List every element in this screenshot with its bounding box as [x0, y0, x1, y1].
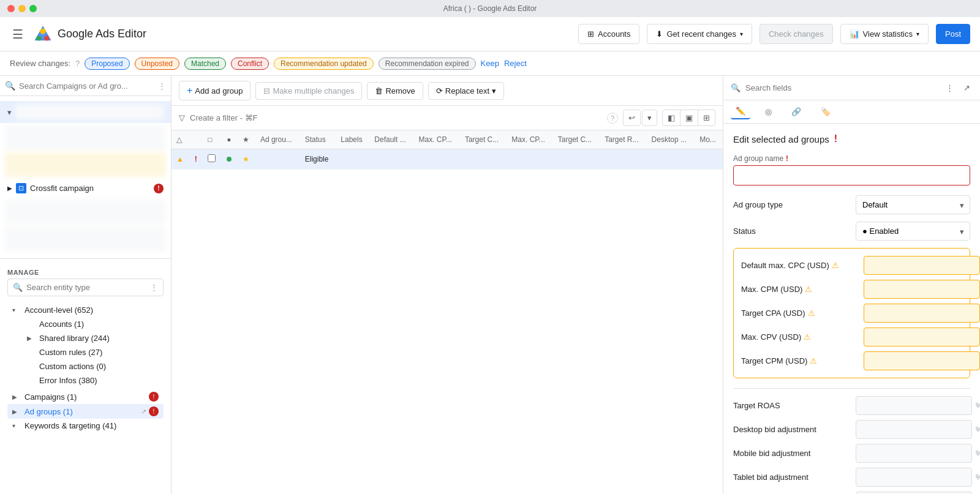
- right-panel-tabs: ✏️ ◎ 🔗 🏷️: [723, 100, 980, 124]
- max-cpv-warning-icon: ⚠: [804, 332, 811, 342]
- target-cpa-input[interactable]: [864, 304, 980, 323]
- nav-ad-groups[interactable]: ▶ Ad groups (1) ↗ !: [7, 404, 164, 419]
- proposed-badge[interactable]: Proposed: [85, 58, 129, 70]
- matched-badge[interactable]: Matched: [184, 58, 226, 70]
- target-cpm-row: Target CPM (USD) ⚠: [741, 351, 962, 370]
- status-select[interactable]: ● Enabled: [856, 222, 970, 241]
- hamburger-menu[interactable]: ☰: [10, 24, 26, 44]
- reject-button[interactable]: Reject: [504, 59, 527, 68]
- undo-redo-controls: ↩ ▾: [623, 110, 657, 126]
- manage-search-input[interactable]: [26, 283, 146, 292]
- crossfit-error-badge: !: [154, 184, 164, 193]
- conflict-badge[interactable]: Conflict: [231, 58, 269, 70]
- undo-button[interactable]: ↩: [623, 110, 641, 126]
- row-checkbox-input[interactable]: [208, 154, 216, 162]
- row-max-cp2: [507, 149, 552, 170]
- accounts-button[interactable]: ⊞ Accounts: [578, 24, 639, 44]
- right-search-input[interactable]: [745, 83, 938, 92]
- layout-split-left-button[interactable]: ◧: [663, 110, 680, 125]
- target-roas-label: Target ROAS: [733, 401, 856, 410]
- target-cpm-input[interactable]: [864, 351, 980, 370]
- tablet-bid-input[interactable]: [856, 468, 972, 487]
- nav-custom-actions[interactable]: Custom actions (0): [22, 359, 164, 373]
- tab-link-icon[interactable]: 🔗: [786, 105, 806, 119]
- keep-button[interactable]: Keep: [481, 59, 499, 68]
- replace-text-button[interactable]: ⟳ Replace text ▾: [428, 82, 504, 100]
- tree-crossfit-campaign[interactable]: ▶ ⊡ Crossfit campaign !: [0, 179, 171, 197]
- sidebar-search-input[interactable]: [19, 81, 154, 91]
- blurred-row-1: [5, 125, 166, 150]
- row-error-icon: !: [195, 155, 197, 163]
- ad-group-type-select[interactable]: Default: [856, 195, 970, 214]
- nav-account-level-item[interactable]: ▾ Account-level (652): [7, 303, 164, 317]
- max-cpv-label: Max. CPV (USD) ⚠: [741, 332, 864, 342]
- remove-button[interactable]: 🗑 Remove: [367, 82, 423, 100]
- unposted-badge[interactable]: Unposted: [135, 58, 179, 70]
- add-ad-group-button[interactable]: + Add ad group: [179, 81, 251, 100]
- filter-help-icon[interactable]: ?: [607, 113, 618, 124]
- ad-groups-external-icon[interactable]: ↗: [141, 408, 146, 416]
- status-row: Status ● Enabled: [733, 222, 970, 241]
- filter-input[interactable]: [190, 113, 602, 122]
- table-row[interactable]: ▲ ! ★ Eligible: [172, 149, 723, 170]
- layout-split-right-button[interactable]: ▣: [680, 110, 698, 125]
- row-star: ★: [238, 149, 255, 170]
- ad-group-name-input[interactable]: [733, 165, 970, 185]
- make-multiple-changes-button[interactable]: ⊟ Make multiple changes: [255, 82, 362, 100]
- titlebar: Africa ( ) - Google Ads Editor: [0, 0, 980, 17]
- row-checkbox[interactable]: [203, 149, 222, 170]
- rec-updated-badge[interactable]: Recommendation updated: [274, 58, 374, 70]
- max-cpm-input[interactable]: [864, 280, 980, 299]
- max-cpv-row: Max. CPV (USD) ⚠: [741, 327, 962, 346]
- filter-bar: ▽ ? ↩ ▾ ◧ ▣ ⊞: [172, 106, 723, 130]
- sidebar-search-more-icon[interactable]: ⋮: [158, 81, 166, 91]
- blurred-row-4: [5, 226, 166, 251]
- tab-tag-icon[interactable]: 🏷️: [816, 105, 835, 119]
- mobile-bid-input[interactable]: [856, 444, 972, 463]
- rec-expired-badge[interactable]: Recommendation expired: [379, 58, 476, 70]
- row-target-c: [460, 149, 507, 170]
- col-mo: Mo...: [695, 130, 723, 149]
- row-desktop: [647, 149, 695, 170]
- tab-edit-icon[interactable]: ✏️: [731, 104, 750, 119]
- tv-screen-bid-input[interactable]: [856, 492, 972, 494]
- layout-full-button[interactable]: ⊞: [698, 110, 715, 125]
- open-external-icon[interactable]: ↗: [961, 81, 973, 95]
- row-labels: [336, 149, 369, 170]
- max-cpv-input[interactable]: [864, 327, 980, 346]
- maximize-dot[interactable]: [29, 5, 37, 12]
- nav-keywords[interactable]: ▾ Keywords & targeting (41): [7, 419, 164, 433]
- status-select-wrapper: ● Enabled: [856, 222, 970, 241]
- replace-icon: ⟳: [436, 86, 443, 95]
- ad-group-type-row: Ad group type Default: [733, 195, 970, 214]
- edit-title: Edit selected ad groups !: [733, 133, 970, 144]
- nav-accounts[interactable]: Accounts (1): [22, 317, 164, 331]
- nav-account-level: ▾ Account-level (652) Accounts (1) ▶ Sha…: [7, 301, 164, 389]
- default-max-cpc-input[interactable]: [864, 256, 980, 275]
- account-level-label: Account-level (652): [24, 305, 159, 315]
- undo-dropdown-button[interactable]: ▾: [642, 110, 657, 126]
- nav-campaigns[interactable]: ▶ Campaigns (1) !: [7, 389, 164, 404]
- nav-error-infos[interactable]: Error Infos (380): [22, 373, 164, 387]
- help-icon[interactable]: ?: [75, 59, 80, 68]
- nav-custom-rules[interactable]: Custom rules (27): [22, 345, 164, 359]
- tree-item-blurred-top: [15, 105, 164, 119]
- post-button[interactable]: Post: [936, 24, 970, 44]
- accounts-grid-icon: ⊞: [587, 29, 594, 39]
- tree-item-selected-top[interactable]: ▾: [0, 101, 171, 123]
- more-options-icon[interactable]: ⋮: [943, 81, 956, 95]
- close-dot[interactable]: [7, 5, 15, 12]
- manage-search-more-icon[interactable]: ⋮: [150, 283, 158, 292]
- desktop-bid-input[interactable]: [856, 420, 972, 439]
- col-status: Status: [300, 130, 336, 149]
- minimize-dot[interactable]: [18, 5, 26, 12]
- error-infos-label: Error Infos (380): [39, 376, 159, 385]
- tab-circle-icon[interactable]: ◎: [760, 105, 777, 119]
- get-recent-changes-button[interactable]: ⬇ Get recent changes ▾: [647, 24, 752, 44]
- target-roas-input[interactable]: [856, 396, 972, 415]
- check-changes-button[interactable]: Check changes: [760, 24, 833, 44]
- view-statistics-button[interactable]: 📊 View statistics ▾: [840, 24, 929, 44]
- col-labels: Labels: [336, 130, 369, 149]
- col-triangle: △: [172, 130, 190, 149]
- nav-shared-library[interactable]: ▶ Shared library (244): [22, 331, 164, 345]
